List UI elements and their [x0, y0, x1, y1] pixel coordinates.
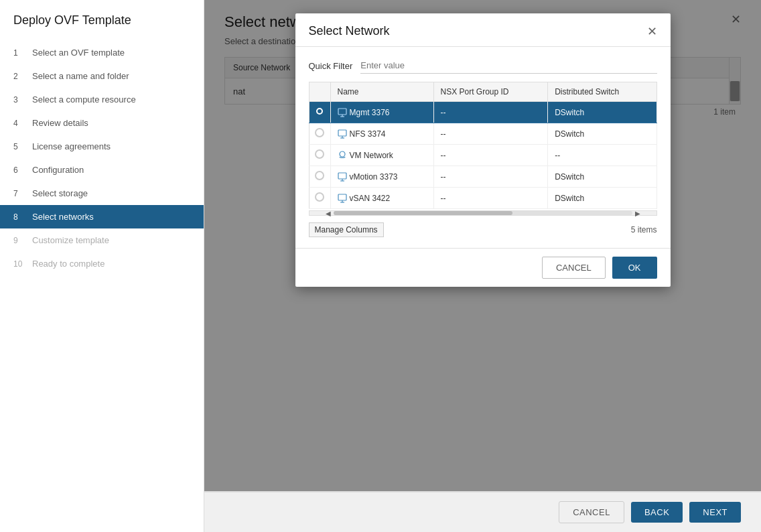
items-count: 5 items — [631, 225, 657, 235]
radio-button-1[interactable] — [315, 107, 324, 116]
network-icon-3 — [338, 151, 347, 160]
modal-footer: CANCEL OK — [295, 248, 671, 287]
sidebar-item-8[interactable]: 8 Select networks — [0, 205, 204, 228]
step-num-8: 8 — [13, 212, 27, 222]
scroll-right-arrow[interactable]: ▶ — [632, 210, 643, 217]
network-icon-4 — [338, 172, 347, 182]
back-button[interactable]: BACK — [631, 502, 683, 523]
modal-scrollbar-area: ◀ ▶ — [309, 210, 657, 216]
table-row[interactable]: NFS 3374 -- DSwitch — [309, 123, 656, 145]
step-num-6: 6 — [13, 165, 27, 175]
modal-ok-button[interactable]: OK — [612, 257, 657, 279]
svg-rect-0 — [338, 109, 346, 115]
nsx-header: NSX Port Group ID — [433, 82, 548, 102]
quick-filter-label: Quick Filter — [309, 61, 353, 71]
switch-cell-3: -- — [548, 145, 656, 166]
step-num-3: 3 — [13, 95, 27, 105]
name-cell-5: vSAN 3422 — [330, 188, 433, 209]
radio-col-header — [309, 82, 330, 102]
switch-cell-2: DSwitch — [548, 123, 656, 145]
step-num-4: 4 — [13, 119, 27, 128]
sidebar-item-label-8: Select networks — [32, 212, 94, 222]
sidebar-item-6[interactable]: 6 Configuration — [0, 158, 204, 182]
radio-cell-3 — [309, 145, 330, 166]
network-icon-1 — [338, 108, 347, 117]
name-cell-4: vMotion 3373 — [330, 166, 433, 188]
sidebar-item-label-6: Configuration — [32, 165, 84, 175]
sidebar-item-9: 9 Customize template — [0, 228, 204, 252]
svg-rect-7 — [338, 173, 346, 179]
modal-network-table: Name NSX Port Group ID Distributed Switc… — [309, 82, 657, 209]
top-panel: Select networks Select a destination net… — [204, 0, 761, 492]
modal-title: Select Network — [309, 24, 390, 38]
table-row[interactable]: vSAN 3422 -- DSwitch — [309, 188, 656, 209]
radio-cell-1 — [309, 102, 330, 123]
next-button[interactable]: NEXT — [689, 502, 741, 523]
sidebar-item-label-3: Select a compute resource — [32, 94, 136, 105]
nsx-cell-5: -- — [433, 188, 548, 209]
sidebar-item-5[interactable]: 5 License agreements — [0, 135, 204, 158]
hscroll-thumb[interactable] — [334, 211, 513, 215]
sidebar-item-label-9: Customize template — [32, 235, 109, 245]
table-row[interactable]: vMotion 3373 -- DSwitch — [309, 166, 656, 188]
step-num-5: 5 — [13, 142, 27, 151]
sidebar-item-2[interactable]: 2 Select a name and folder — [0, 64, 204, 88]
modal-header: Select Network ✕ — [295, 13, 671, 47]
radio-button-2[interactable] — [315, 128, 324, 137]
quick-filter-input[interactable] — [360, 58, 656, 74]
sidebar-title: Deploy OVF Template — [0, 13, 204, 41]
svg-rect-10 — [338, 194, 346, 200]
svg-rect-3 — [338, 130, 346, 136]
hscroll-track — [334, 211, 632, 215]
switch-cell-5: DSwitch — [548, 188, 656, 209]
nsx-cell-2: -- — [433, 123, 548, 145]
cancel-button[interactable]: CANCEL — [559, 501, 624, 523]
switch-header: Distributed Switch — [548, 82, 656, 102]
sidebar-item-3[interactable]: 3 Select a compute resource — [0, 88, 204, 111]
switch-cell-1: DSwitch — [548, 102, 656, 123]
step-num-10: 10 — [13, 259, 27, 269]
step-num-9: 9 — [13, 236, 27, 245]
bottom-footer: CANCEL BACK NEXT — [204, 492, 761, 532]
nsx-cell-4: -- — [433, 166, 548, 188]
nsx-cell-3: -- — [433, 145, 548, 166]
manage-columns-button[interactable]: Manage Columns — [309, 222, 384, 237]
table-row[interactable]: Mgmt 3376 -- DSwitch — [309, 102, 656, 123]
modal-overlay: Select Network ✕ Quick Filter — [204, 0, 761, 491]
radio-cell-2 — [309, 123, 330, 145]
select-network-modal: Select Network ✕ Quick Filter — [295, 13, 671, 287]
scroll-left-arrow[interactable]: ◀ — [323, 210, 334, 217]
radio-button-4[interactable] — [315, 171, 324, 180]
svg-point-6 — [340, 151, 345, 157]
sidebar-item-label-5: License agreements — [32, 141, 111, 151]
main-content: Select networks Select a destination net… — [204, 0, 761, 532]
sidebar-item-1[interactable]: 1 Select an OVF template — [0, 41, 204, 64]
sidebar-item-label-4: Review details — [32, 118, 88, 128]
sidebar-item-label-2: Select a name and folder — [32, 71, 129, 81]
step-num-1: 1 — [13, 48, 27, 58]
step-num-7: 7 — [13, 189, 27, 198]
sidebar-item-label-1: Select an OVF template — [32, 48, 125, 58]
switch-cell-4: DSwitch — [548, 166, 656, 188]
table-row[interactable]: VM Network -- -- — [309, 145, 656, 166]
modal-table-footer: Manage Columns 5 items — [309, 218, 657, 237]
modal-cancel-button[interactable]: CANCEL — [542, 257, 606, 279]
nsx-cell-1: -- — [433, 102, 548, 123]
radio-button-3[interactable] — [315, 149, 324, 159]
network-icon-5 — [338, 194, 347, 203]
sidebar-item-label-10: Ready to complete — [32, 259, 105, 269]
name-cell-2: NFS 3374 — [330, 123, 433, 145]
quick-filter-row: Quick Filter — [309, 58, 657, 74]
step-num-2: 2 — [13, 72, 27, 81]
radio-cell-4 — [309, 166, 330, 188]
sidebar-item-4[interactable]: 4 Review details — [0, 111, 204, 135]
radio-button-5[interactable] — [315, 192, 324, 202]
sidebar-item-10: 10 Ready to complete — [0, 252, 204, 275]
name-header: Name — [330, 82, 433, 102]
name-cell-3: VM Network — [330, 145, 433, 166]
radio-cell-5 — [309, 188, 330, 209]
sidebar: Deploy OVF Template 1 Select an OVF temp… — [0, 0, 204, 532]
modal-close-button[interactable]: ✕ — [647, 25, 657, 38]
sidebar-item-7[interactable]: 7 Select storage — [0, 182, 204, 205]
modal-body: Quick Filter Name NSX Port Group ID Dist… — [295, 47, 671, 248]
